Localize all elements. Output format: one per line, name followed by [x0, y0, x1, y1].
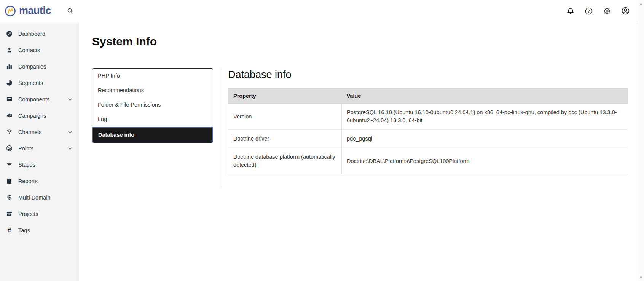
scroll-up-arrow[interactable]: ▲ [638, 0, 644, 7]
tab-permissions[interactable]: Folder & File Permissions [92, 97, 213, 112]
sidebar-item-label: Reports [18, 178, 38, 184]
sidebar-item-tags[interactable]: # Tags [0, 222, 79, 238]
contacts-icon [6, 47, 13, 53]
sidebar-item-label: Campaigns [18, 113, 46, 119]
svg-text:?: ? [588, 9, 590, 13]
sidebar-nav: Dashboard Contacts Companies Segments Co… [0, 22, 79, 281]
chevron-down-icon[interactable] [67, 129, 73, 135]
topbar: mautic ? [0, 0, 638, 22]
value-cell: Doctrine\DBAL\Platforms\PostgreSQL100Pla… [342, 148, 628, 174]
property-cell: Version [228, 104, 342, 130]
sidebar-item-label: Dashboard [18, 31, 45, 37]
tab-database-info[interactable]: Database info [92, 127, 213, 143]
segments-icon [6, 80, 13, 86]
sidebar-item-dashboard[interactable]: Dashboard [0, 26, 79, 42]
multi-domain-icon [6, 194, 13, 201]
sidebar-item-segments[interactable]: Segments [0, 75, 79, 91]
tab-recommendations[interactable]: Recommendations [92, 83, 213, 97]
sidebar-item-contacts[interactable]: Contacts [0, 42, 79, 58]
column-header-property: Property [228, 89, 342, 104]
sidebar-item-label: Stages [18, 162, 35, 168]
sidebar-item-label: Channels [18, 129, 41, 135]
sidebar-item-components[interactable]: Components [0, 91, 79, 107]
help-icon[interactable]: ? [585, 7, 593, 15]
sidebar-item-label: Segments [18, 80, 43, 86]
search-icon[interactable] [67, 8, 73, 14]
value-cell: pdo_pgsql [342, 130, 628, 148]
panel-heading: Database info [228, 69, 628, 81]
database-info-panel: Database info PropertyValue Version Post… [222, 68, 628, 188]
dashboard-icon [6, 30, 13, 37]
points-icon [6, 145, 13, 152]
column-header-value: Value [342, 89, 628, 104]
chevron-down-icon[interactable] [67, 146, 73, 151]
stages-icon [6, 161, 13, 168]
chevron-down-icon[interactable] [67, 97, 73, 102]
system-info-tab-list: PHP InfoRecommendationsFolder & File Per… [92, 68, 213, 143]
property-cell: Doctrine database platform (automaticall… [228, 148, 342, 174]
sidebar-item-multi-domain[interactable]: Multi Domain [0, 189, 79, 206]
sidebar-item-label: Projects [18, 211, 38, 217]
brand-wordmark: mautic [19, 5, 51, 17]
mautic-logo-icon [5, 5, 16, 17]
tab-log[interactable]: Log [92, 112, 213, 126]
tab-php-info[interactable]: PHP Info [92, 69, 213, 83]
tags-icon: # [6, 227, 13, 233]
sidebar-item-label: Multi Domain [18, 195, 51, 201]
database-info-table: PropertyValue Version PostgreSQL 16.10 (… [228, 88, 628, 174]
vertical-scrollbar[interactable]: ▲ ▼ [638, 0, 644, 281]
sidebar-item-label: Companies [18, 64, 46, 70]
sidebar-item-label: Tags [18, 227, 30, 233]
table-row: Doctrine database platform (automaticall… [228, 148, 628, 174]
mautic-logo[interactable]: mautic [5, 5, 51, 17]
companies-icon [6, 63, 13, 70]
sidebar-item-label: Contacts [18, 47, 40, 53]
bell-icon[interactable] [566, 7, 575, 15]
topbar-actions: ? [566, 6, 630, 15]
channels-icon [6, 129, 13, 135]
table-row: Doctrine driver pdo_pgsql [228, 130, 628, 148]
sidebar-item-projects[interactable]: Projects [0, 206, 79, 222]
page-title: System Info [92, 35, 628, 48]
gear-icon[interactable] [603, 7, 611, 15]
campaigns-icon [6, 112, 13, 119]
sidebar-item-reports[interactable]: Reports [0, 173, 79, 189]
sidebar-item-channels[interactable]: Channels [0, 124, 79, 140]
table-row: Version PostgreSQL 16.10 (Ubuntu 16.10-0… [228, 104, 628, 130]
value-cell: PostgreSQL 16.10 (Ubuntu 16.10-0ubuntu0.… [342, 104, 628, 130]
main-content: System Info PHP InfoRecommendationsFolde… [79, 22, 638, 281]
projects-icon [6, 211, 13, 217]
property-cell: Doctrine driver [228, 130, 342, 148]
components-icon [6, 96, 13, 102]
sidebar-item-points[interactable]: Points [0, 140, 79, 156]
account-icon[interactable] [621, 6, 630, 15]
sidebar-item-label: Components [18, 96, 49, 102]
reports-icon [6, 178, 13, 184]
sidebar-item-stages[interactable]: Stages [0, 156, 79, 173]
sidebar-item-companies[interactable]: Companies [0, 58, 79, 75]
sidebar-item-campaigns[interactable]: Campaigns [0, 107, 79, 124]
scroll-down-arrow[interactable]: ▼ [638, 274, 644, 281]
sidebar-item-label: Points [18, 145, 33, 152]
